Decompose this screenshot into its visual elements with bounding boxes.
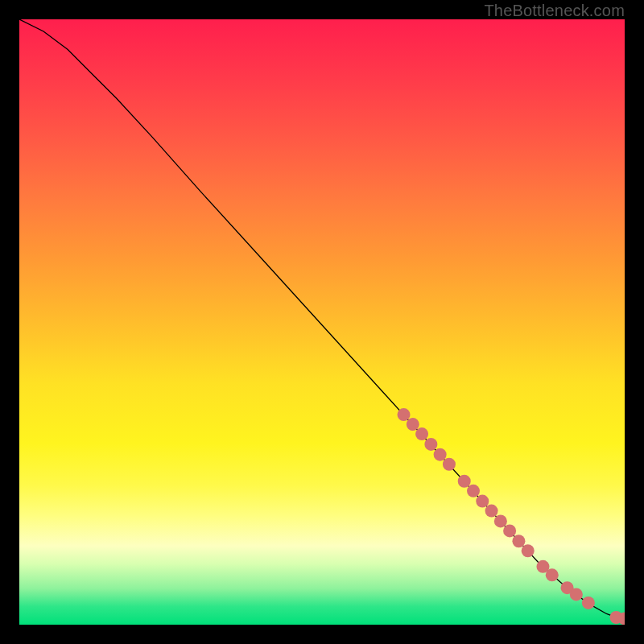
chart-marker bbox=[434, 448, 447, 461]
chart-marker bbox=[582, 597, 595, 609]
chart-marker bbox=[424, 438, 437, 451]
chart-marker bbox=[398, 408, 411, 421]
plot-area bbox=[19, 19, 625, 625]
chart-marker bbox=[443, 458, 456, 471]
chart-marker bbox=[570, 588, 583, 601]
chart-marker bbox=[546, 568, 559, 581]
chart-marker bbox=[407, 418, 419, 431]
chart-line bbox=[19, 19, 625, 618]
chart-stage: TheBottleneck.com bbox=[0, 0, 644, 644]
chart-marker bbox=[503, 524, 516, 537]
chart-marker bbox=[415, 427, 428, 440]
chart-marker bbox=[476, 495, 489, 508]
chart-overlay bbox=[19, 19, 625, 625]
chart-marker bbox=[458, 475, 471, 488]
chart-markers bbox=[398, 408, 625, 625]
chart-marker bbox=[512, 535, 525, 547]
chart-marker bbox=[494, 514, 507, 527]
chart-marker bbox=[522, 544, 535, 557]
chart-marker bbox=[467, 485, 480, 497]
chart-marker bbox=[485, 505, 498, 518]
attribution-text: TheBottleneck.com bbox=[484, 2, 625, 20]
